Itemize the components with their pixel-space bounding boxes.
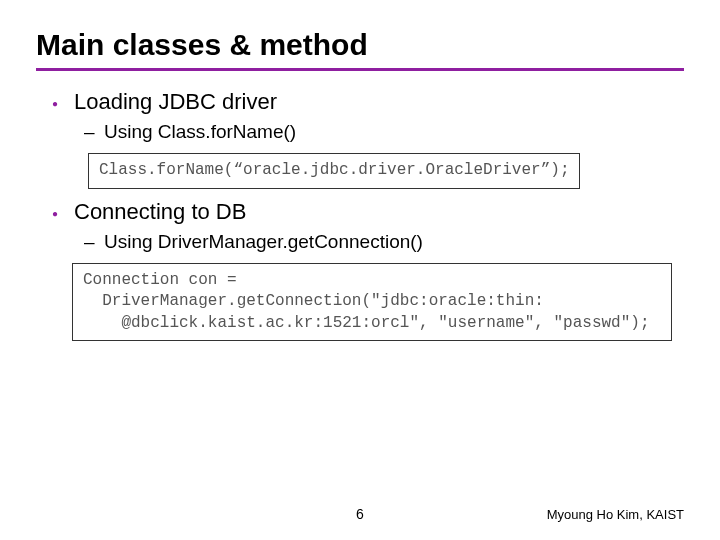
page-number: 6 — [356, 506, 364, 522]
sub-bullet-item: Using DriverManager.getConnection() — [104, 231, 684, 253]
sub-bullet-text: Using Class.forName() — [104, 121, 296, 142]
bullet-item: Loading JDBC driver Using Class.forName(… — [74, 89, 684, 143]
author-label: Myoung Ho Kim, KAIST — [547, 507, 684, 522]
bullet-list: Loading JDBC driver Using Class.forName(… — [36, 89, 684, 143]
bullet-list: Connecting to DB Using DriverManager.get… — [36, 199, 684, 253]
bullet-text: Loading JDBC driver — [74, 89, 277, 114]
slide-title: Main classes & method — [36, 28, 684, 62]
title-underline — [36, 68, 684, 71]
sub-bullet-list: Using DriverManager.getConnection() — [74, 231, 684, 253]
bullet-item: Connecting to DB Using DriverManager.get… — [74, 199, 684, 253]
code-box-forname: Class.forName(“oracle.jdbc.driver.Oracle… — [88, 153, 580, 189]
bullet-text: Connecting to DB — [74, 199, 246, 224]
sub-bullet-list: Using Class.forName() — [74, 121, 684, 143]
slide: Main classes & method Loading JDBC drive… — [0, 0, 720, 540]
sub-bullet-item: Using Class.forName() — [104, 121, 684, 143]
sub-bullet-text: Using DriverManager.getConnection() — [104, 231, 423, 252]
code-box-getconnection: Connection con = DriverManager.getConnec… — [72, 263, 672, 342]
